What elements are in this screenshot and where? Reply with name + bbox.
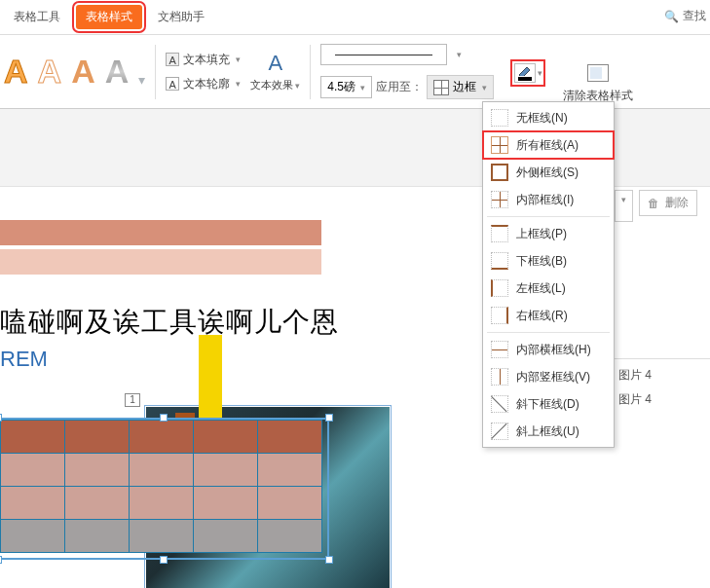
menu-item-inside-vertical-border[interactable]: 内部竖框线(V) (483, 363, 614, 390)
menu-item-label: 右框线(R) (516, 308, 568, 324)
menu-separator (487, 332, 610, 333)
inside-borders-icon (491, 191, 508, 208)
selection-handle[interactable] (0, 556, 2, 564)
search-label: 查找 (683, 8, 706, 24)
text-fill-label: 文本填充 (183, 52, 230, 68)
chevron-down-icon: ▾ (295, 81, 300, 91)
gallery-more-icon[interactable]: ▾ (138, 72, 145, 88)
top-border-icon (491, 225, 508, 242)
diagonal-up-border-icon (491, 423, 508, 440)
text-effect-label: 文本效果 (250, 79, 293, 91)
line-style-selector[interactable] (320, 44, 447, 65)
text-outline-label: 文本轮廓 (183, 76, 230, 92)
menu-item-all-borders[interactable]: 所有框线(A) (483, 131, 614, 159)
panel-item[interactable]: 图片 4 (613, 363, 710, 387)
line-weight-selector[interactable]: 4.5磅 ▾ (320, 76, 372, 98)
bar-shape (0, 249, 321, 275)
border-button-label: 边框 (453, 79, 476, 95)
pen-color-swatch (518, 77, 532, 81)
anchor-tag[interactable]: 1 (125, 393, 140, 407)
selection-handle[interactable] (160, 414, 168, 422)
search-icon: 🔍 (664, 10, 679, 23)
selection-handle[interactable] (325, 556, 333, 564)
yellow-bar-shape (199, 335, 222, 421)
text-effect-button[interactable]: A 文本效果▾ (250, 51, 300, 92)
selection-handle[interactable] (160, 556, 168, 564)
tab-table-tools[interactable]: 表格工具 (4, 5, 70, 29)
menu-item-right-border[interactable]: 右框线(R) (483, 302, 614, 329)
menu-item-left-border[interactable]: 左框线(L) (483, 275, 614, 302)
search-button[interactable]: 🔍 查找 (664, 8, 706, 24)
menu-item-no-border[interactable]: 无框线(N) (483, 104, 614, 131)
border-icon (433, 80, 449, 95)
menu-item-diagonal-up-border[interactable]: 斜上框线(U) (483, 418, 614, 445)
wordart-style-icon: A (105, 53, 130, 91)
delete-button[interactable]: 🗑 删除 (639, 190, 697, 216)
apply-to-label: 应用至： (376, 79, 423, 95)
menu-item-diagonal-down-border[interactable]: 斜下框线(D) (483, 390, 614, 418)
menu-item-label: 所有框线(A) (516, 137, 579, 154)
table-selection-outline (0, 418, 329, 560)
slide-title-text[interactable]: 嗑碰啊及诶工具诶啊儿个恩 (0, 304, 448, 341)
trash-icon: 🗑 (648, 197, 659, 210)
wordart-gallery[interactable]: A A A A ▾ (4, 53, 145, 91)
left-border-icon (491, 279, 508, 297)
right-border-icon (491, 307, 508, 324)
chart-bars (0, 220, 331, 275)
all-borders-icon (491, 136, 508, 154)
chevron-down-icon[interactable]: ▾ (457, 50, 462, 59)
clear-table-style-button[interactable]: 清除表格样式 (563, 64, 633, 104)
rem-text[interactable]: REM (0, 347, 448, 372)
menu-item-label: 上框线(P) (516, 226, 567, 242)
panel-item[interactable]: 图片 4 (613, 387, 710, 412)
border-dropdown-button[interactable]: 边框 ▾ (427, 75, 494, 99)
text-fill-outline-group: A 文本填充 ▾ A 文本轮廓 ▾ (166, 52, 241, 92)
menu-item-label: 无框线(N) (516, 110, 568, 127)
menu-item-label: 内部横框线(H) (516, 342, 591, 358)
text-outline-button[interactable]: A 文本轮廓 ▾ (166, 76, 241, 92)
outside-borders-icon (491, 164, 508, 181)
wordart-style-icon: A (38, 53, 62, 91)
selection-handle[interactable] (0, 414, 2, 422)
separator (613, 358, 710, 359)
chevron-down-icon: ▾ (538, 68, 542, 78)
menu-item-top-border[interactable]: 上框线(P) (483, 220, 614, 247)
pen-color-button[interactable]: ▾ (514, 63, 542, 83)
diagonal-down-border-icon (491, 395, 508, 413)
chevron-down-icon: ▾ (482, 83, 487, 92)
line-weight-value: 4.5磅 (327, 80, 355, 93)
selection-handle[interactable] (325, 414, 333, 422)
pen-icon (518, 66, 532, 76)
chevron-down-icon: ▾ (236, 55, 241, 64)
bar-shape (0, 220, 321, 245)
tab-table-style[interactable]: 表格样式 (76, 5, 142, 29)
menu-item-outside-borders[interactable]: 外侧框线(S) (483, 159, 614, 186)
line-sample-icon (335, 55, 432, 55)
border-dropdown-menu: 无框线(N) 所有框线(A) 外侧框线(S) 内部框线(I) 上框线(P) 下框… (482, 101, 615, 448)
chevron-down-icon: ▾ (360, 83, 365, 92)
inside-vertical-border-icon (491, 368, 508, 386)
menu-separator (487, 216, 610, 217)
slide-canvas: 82 嗑碰啊及诶工具诶啊儿个恩 REM 1 (0, 220, 448, 372)
menu-item-label: 内部竖框线(V) (516, 369, 590, 386)
clear-style-icon (587, 64, 609, 82)
menu-item-bottom-border[interactable]: 下框线(B) (483, 247, 614, 275)
separator (155, 45, 156, 99)
bottom-border-icon (491, 252, 508, 270)
text-effect-icon: A (268, 51, 282, 76)
ribbon: A A A A ▾ A 文本填充 ▾ A 文本轮廓 ▾ A 文本效果▾ ▾ (0, 35, 710, 109)
tab-doc-helper[interactable]: 文档助手 (148, 5, 214, 29)
menu-item-inside-borders[interactable]: 内部框线(I) (483, 186, 614, 213)
no-border-icon (491, 109, 508, 127)
menu-item-label: 下框线(B) (516, 253, 567, 270)
menu-item-label: 左框线(L) (516, 280, 566, 297)
tab-bar: 表格工具 表格样式 文档助手 (0, 0, 710, 35)
menu-item-label: 内部框线(I) (516, 192, 574, 208)
menu-item-label: 斜上框线(U) (516, 423, 579, 440)
separator (310, 45, 311, 99)
menu-item-inside-horizontal-border[interactable]: 内部横框线(H) (483, 336, 614, 363)
panel-dropdown[interactable]: ▾ (615, 190, 633, 222)
inside-horizontal-border-icon (491, 341, 508, 358)
border-settings-group: ▾ 4.5磅 ▾ 应用至： 边框 ▾ (320, 44, 494, 99)
text-fill-button[interactable]: A 文本填充 ▾ (166, 52, 241, 68)
